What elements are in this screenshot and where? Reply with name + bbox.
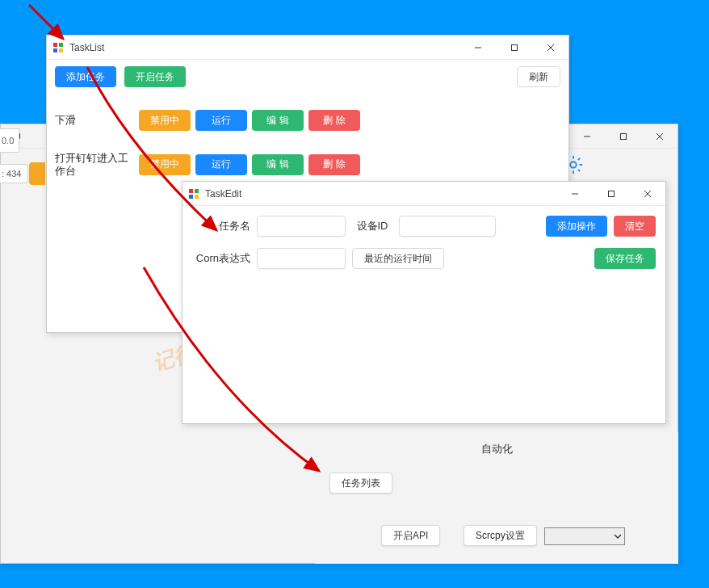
svg-rect-10 [511,44,517,50]
corn-label: Corn表达式 [192,251,250,266]
tasklist-minimize-button[interactable] [459,36,496,59]
svg-point-4 [570,162,576,167]
open-api-button[interactable]: 开启API [381,525,440,546]
clear-button[interactable]: 清空 [614,216,656,237]
back-close-button[interactable] [641,125,678,148]
tasklist-close-button[interactable] [532,36,568,59]
svg-rect-16 [195,195,199,199]
svg-line-21 [29,5,63,39]
taskedit-maximize-button[interactable] [593,183,629,205]
svg-rect-1 [620,133,626,139]
edit-button[interactable]: 编 辑 [252,110,304,131]
taskedit-title: TaskEdit [205,188,241,200]
recent-runtime-button[interactable]: 最近的运行时间 [352,248,444,269]
task-row: 下滑 禁用中 运行 编 辑 删 除 [47,108,568,132]
deviceid-input[interactable] [399,216,496,237]
svg-rect-14 [195,189,199,193]
corn-input[interactable] [257,248,346,269]
svg-rect-8 [59,48,63,52]
fragment-status: : 434 [0,164,28,183]
back-minimize-button[interactable] [568,125,605,148]
add-operation-button[interactable]: 添加操作 [546,216,607,237]
tasklist-titlebar: TaskList [47,36,568,60]
refresh-button[interactable]: 刷新 [517,66,560,87]
svg-rect-5 [53,43,57,47]
deviceid-label: 设备ID [352,219,392,233]
task-name: 打开钉钉进入工作台 [55,152,134,177]
task-row: 打开钉钉进入工作台 禁用中 运行 编 辑 删 除 [47,150,568,178]
delete-button[interactable]: 删 除 [308,154,360,175]
taskedit-minimize-button[interactable] [556,183,593,205]
taskedit-titlebar: TaskEdit [182,182,665,206]
scrcpy-settings-button[interactable]: Scrcpy设置 [464,525,537,546]
edit-button[interactable]: 编 辑 [252,154,304,175]
svg-rect-13 [189,189,193,193]
run-button[interactable]: 运行 [195,110,247,131]
run-button[interactable]: 运行 [195,154,247,175]
svg-rect-6 [59,43,63,47]
automation-heading: 自动化 [315,432,678,456]
taskname-row: 任务名 设备ID 添加操作 清空 [192,216,656,237]
delete-button[interactable]: 删 除 [308,110,360,131]
tasklist-toolbar: 添加任务 开启任务 刷新 [47,60,568,94]
svg-rect-7 [53,48,57,52]
chevron-down-icon [614,532,622,540]
tasklist-button[interactable]: 任务列表 [329,472,392,494]
app-icon [52,41,65,54]
automation-panel: 自动化 任务列表 开启API Scrcpy设置 [315,432,678,564]
fragment-orange-button[interactable] [29,162,45,185]
taskedit-window: TaskEdit 任务名 设备ID 添加操作 清空 Corn表达式 最近的运行时… [182,181,666,424]
svg-rect-15 [189,195,193,199]
taskedit-close-button[interactable] [629,183,665,205]
corn-row: Corn表达式 最近的运行时间 保存任务 [192,248,656,269]
fragment-title: 0.0 [0,128,19,153]
disable-button[interactable]: 禁用中 [139,110,191,131]
tasklist-title: TaskList [69,42,104,53]
add-task-button[interactable]: 添加任务 [55,66,116,87]
task-name: 下滑 [55,113,134,128]
start-task-button[interactable]: 开启任务 [124,66,186,87]
tasklist-maximize-button[interactable] [496,36,532,59]
taskname-input[interactable] [257,216,346,237]
taskname-label: 任务名 [192,219,250,233]
app-icon [187,187,200,200]
back-maximize-button[interactable] [605,125,641,148]
disable-button[interactable]: 禁用中 [139,154,191,175]
device-dropdown[interactable] [544,527,625,545]
save-task-button[interactable]: 保存任务 [594,248,656,269]
svg-rect-18 [608,191,614,196]
